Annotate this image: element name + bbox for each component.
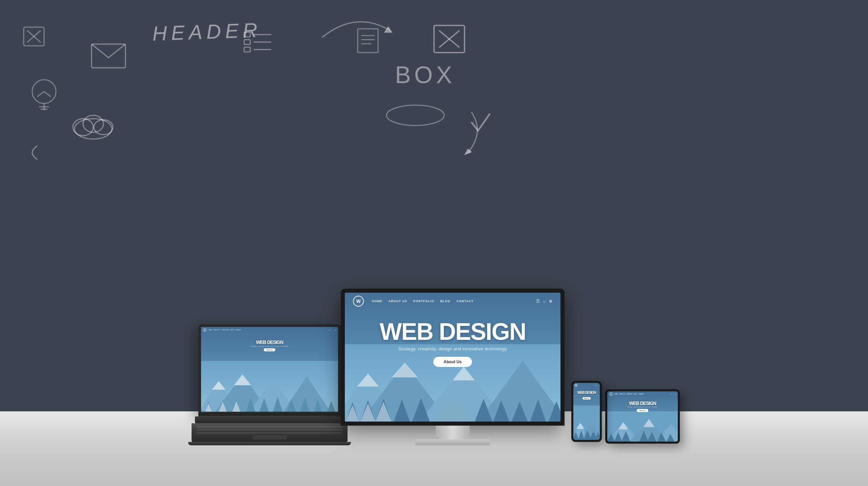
laptop-menu-icon[interactable]: ☰ [329,329,330,331]
tablet-nav-contact[interactable]: CONTACT [639,393,644,395]
tablet-nav-logo: W [609,392,613,396]
svg-rect-3 [244,47,250,52]
phone-nav: W ☰ ⌕ [573,383,600,388]
tablet-search-icon[interactable]: ⌕ [673,393,673,395]
laptop-hero-subtitle: Strategy, creativity, design and innovat… [251,345,288,347]
laptop-nav-blog[interactable]: BLOG [231,329,234,331]
laptop-nav-icons: ☰ ⌕ ⊕ [329,329,336,331]
monitor-stand-base [415,439,490,445]
device-scene: W HOME ABOUT US PORTFOLIO BLOG CONTACT ☰… [197,289,671,445]
tablet-nav-home[interactable]: HOME [615,393,618,395]
tablet-nav: W HOME ABOUT US PORTFOLIO BLOG CONTACT ☰… [607,391,678,397]
laptop-nav-contact[interactable]: CONTACT [235,329,241,331]
laptop-nav: W HOME ABOUT US PORTFOLIO BLOG CONTACT ☰… [201,327,338,333]
tablet-cta-button[interactable]: About Us [637,409,648,412]
laptop-nav-portfolio[interactable]: PORTFOLIO [222,329,229,331]
monitor-nav-portfolio[interactable]: PORTFOLIO [413,299,434,303]
monitor-nav-logo: W [353,296,364,307]
laptop-hero-title: WEB DESIGN [256,340,283,345]
phone-search-icon[interactable]: ⌕ [598,385,598,386]
tablet-globe-icon[interactable]: ⊕ [675,393,676,395]
laptop-keyboard-area [192,423,348,442]
laptop-nav-about[interactable]: ABOUT US [214,329,220,331]
tablet-nav-about[interactable]: ABOUT US [619,393,625,395]
svg-line-15 [37,92,44,97]
tablet-device: W HOME ABOUT US PORTFOLIO BLOG CONTACT ☰… [605,389,680,444]
phone-nav-icons: ☰ ⌕ [595,385,598,386]
phone-menu-icon[interactable]: ☰ [595,385,596,386]
tablet-nav-links: HOME ABOUT US PORTFOLIO BLOG CONTACT [615,393,670,395]
phone-website: W ☰ ⌕ WEB DESIGN Strategy, creativity, d… [573,383,600,440]
laptop-bottom [188,442,351,445]
laptop-globe-icon[interactable]: ⊕ [335,329,336,331]
monitor-device: W HOME ABOUT US PORTFOLIO BLOG CONTACT ☰… [341,289,565,445]
laptop-nav-home[interactable]: HOME [209,329,212,331]
phone-nav-logo: W [575,384,577,387]
monitor-body: W HOME ABOUT US PORTFOLIO BLOG CONTACT ☰… [341,289,565,426]
monitor-cta-button[interactable]: About Us [433,357,472,367]
laptop-cta-button[interactable]: About Us [264,348,275,351]
phone-hero-title: WEB DESIGN [577,391,596,394]
laptop-nav-logo: W [203,328,206,332]
svg-rect-26 [358,29,378,53]
laptop-lid: W HOME ABOUT US PORTFOLIO BLOG CONTACT ☰… [198,324,341,414]
phone-cta-button[interactable]: About Us [583,397,590,400]
tablet-body: W HOME ABOUT US PORTFOLIO BLOG CONTACT ☰… [605,389,680,444]
laptop-nav-links: HOME ABOUT US PORTFOLIO BLOG CONTACT [209,329,329,331]
monitor-stand-neck [436,426,470,439]
tablet-nav-blog[interactable]: BLOG [634,393,637,395]
laptop-trackpad[interactable] [253,435,287,440]
monitor-nav-home[interactable]: HOME [372,299,382,303]
phone-body: W ☰ ⌕ WEB DESIGN Strategy, creativity, d… [571,381,602,442]
tablet-hero: WEB DESIGN Strategy, creativity, design … [607,397,678,412]
monitor-nav: W HOME ABOUT US PORTFOLIO BLOG CONTACT ☰… [345,293,560,310]
monitor-hero: WEB DESIGN Strategy, creativity, design … [345,310,560,367]
monitor-search-icon[interactable]: ⌕ [543,299,546,304]
monitor-nav-icons: ☰ ⌕ ⊕ [536,299,552,304]
monitor-website: W HOME ABOUT US PORTFOLIO BLOG CONTACT ☰… [345,293,560,422]
tablet-nav-portfolio[interactable]: PORTFOLIO [627,393,633,395]
svg-point-30 [387,105,444,125]
tablet-nav-icons: ☰ ⌕ ⊕ [670,393,676,395]
monitor-nav-blog[interactable]: BLOG [440,299,451,303]
monitor-nav-about[interactable]: ABOUT US [389,299,407,303]
monitor-nav-contact[interactable]: CONTACT [457,299,474,303]
monitor-globe-icon[interactable]: ⊕ [549,299,552,304]
tablet-hero-subtitle: Strategy, creativity, design and innovat… [628,406,657,408]
laptop-screen: W HOME ABOUT US PORTFOLIO BLOG CONTACT ☰… [201,327,338,412]
laptop-website: W HOME ABOUT US PORTFOLIO BLOG CONTACT ☰… [201,327,338,412]
phone-device: W ☰ ⌕ WEB DESIGN Strategy, creativity, d… [571,381,602,442]
svg-text:BOX: BOX [395,62,455,88]
laptop-search-icon[interactable]: ⌕ [332,329,333,331]
monitor-screen: W HOME ABOUT US PORTFOLIO BLOG CONTACT ☰… [345,293,560,422]
tablet-menu-icon[interactable]: ☰ [670,393,671,395]
phone-screen: W ☰ ⌕ WEB DESIGN Strategy, creativity, d… [573,383,600,440]
monitor-nav-links: HOME ABOUT US PORTFOLIO BLOG CONTACT [372,299,536,303]
tablet-website: W HOME ABOUT US PORTFOLIO BLOG CONTACT ☰… [607,391,678,442]
svg-line-16 [44,92,51,97]
monitor-menu-icon[interactable]: ☰ [536,299,540,304]
monitor-hero-subtitle: Strategy, creativity, design and innovat… [398,346,507,351]
laptop-device: W HOME ABOUT US PORTFOLIO BLOG CONTACT ☰… [188,324,351,445]
tablet-hero-title: WEB DESIGN [629,401,656,406]
phone-hero: WEB DESIGN Strategy, creativity, design … [573,388,600,400]
monitor-hero-title: WEB DESIGN [379,320,526,344]
phone-hero-subtitle: Strategy, creativity, design and innovat… [574,395,599,396]
laptop-hero: WEB DESIGN Strategy, creativity, design … [201,333,338,351]
laptop-base [195,416,344,423]
tablet-screen: W HOME ABOUT US PORTFOLIO BLOG CONTACT ☰… [607,391,678,442]
